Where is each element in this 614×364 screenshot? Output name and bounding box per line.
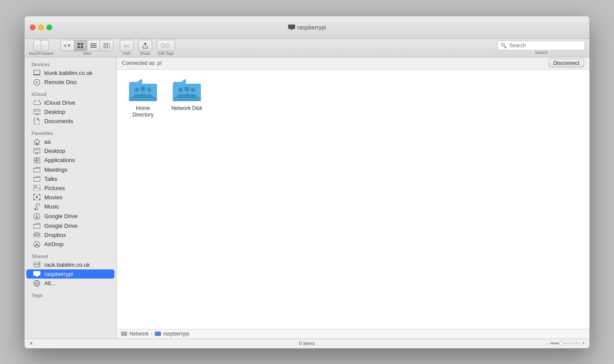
shared-section-label: Shared: [25, 249, 116, 260]
edit-tags-button[interactable]: [157, 40, 175, 51]
file-item-home-directory[interactable]: Home Directory: [125, 78, 161, 119]
movies-icon: [33, 194, 41, 200]
view-column-button[interactable]: [100, 40, 113, 51]
icloud-section-label: iCloud: [25, 87, 116, 98]
sidebar: Devices klunk.babilim.co.uk Remote Disc …: [25, 57, 117, 339]
tags-x-button[interactable]: ✕: [29, 340, 33, 346]
sidebar-item-google-drive[interactable]: Google Drive: [26, 221, 114, 230]
svg-rect-2: [78, 43, 80, 45]
edit-tags-group: Edit Tags: [157, 40, 175, 56]
sidebar-label-music: Music: [44, 203, 59, 210]
finder-window: raspberrypi ‹ › Back/Forward ≡▼: [24, 16, 590, 349]
svg-rect-36: [39, 199, 40, 200]
network-disk-label: Network Disk: [171, 105, 203, 112]
svg-rect-34: [39, 194, 40, 195]
sidebar-label-documents: Documents: [44, 118, 73, 124]
svg-rect-30: [33, 185, 40, 191]
svg-point-52: [147, 88, 151, 92]
maximize-button[interactable]: [46, 25, 52, 30]
breadcrumb-network[interactable]: Network: [121, 331, 149, 337]
disconnect-button[interactable]: Disconnect: [549, 59, 584, 67]
sidebar-label-aa: aa: [44, 138, 50, 145]
breadcrumb-raspberrypi-label: raspberrypi: [163, 331, 189, 337]
list-view-icon: [90, 43, 96, 48]
sidebar-item-music[interactable]: Music: [26, 202, 114, 212]
sidebar-item-applications[interactable]: Applications: [26, 155, 114, 165]
view-buttons[interactable]: ≡▼: [61, 40, 114, 51]
svg-rect-22: [36, 114, 38, 115]
svg-point-43: [39, 262, 39, 263]
sidebar-item-aa[interactable]: aa: [26, 137, 114, 146]
forward-button[interactable]: ›: [41, 40, 49, 51]
sidebar-label-all: All...: [44, 280, 55, 286]
svg-rect-33: [33, 194, 35, 195]
breadcrumb-network-label: Network: [129, 331, 149, 337]
search-label: Search: [535, 50, 548, 55]
back-button[interactable]: ‹: [34, 40, 42, 51]
status-bar-right: – +: [546, 340, 585, 346]
path-button[interactable]: ⌂ › □: [120, 40, 134, 51]
sidebar-label-google-drive: Google Drive: [44, 223, 78, 229]
svg-rect-17: [34, 70, 40, 74]
svg-point-19: [34, 79, 40, 85]
meetings-folder-icon: [33, 166, 41, 173]
svg-rect-45: [33, 271, 40, 276]
svg-rect-4: [78, 46, 80, 48]
svg-rect-25: [33, 148, 40, 153]
sidebar-label-dropbox: Dropbox: [44, 232, 66, 238]
svg-rect-6: [90, 43, 96, 44]
content-area: Connected as: pi Disconnect: [117, 57, 589, 339]
breadcrumb-bar: Network › raspberrypi: [117, 329, 589, 339]
desktop-fav-icon: [33, 148, 41, 154]
traffic-lights: [30, 25, 52, 30]
sidebar-item-rack[interactable]: rack.babilim.co.uk: [26, 260, 114, 269]
sidebar-item-dropbox[interactable]: Dropbox: [26, 230, 114, 240]
svg-point-55: [178, 88, 183, 92]
sidebar-item-pictures[interactable]: Pictures: [26, 184, 114, 193]
sidebar-item-raspberrypi[interactable]: raspberrypi: [26, 269, 114, 279]
sidebar-item-desktop-icloud[interactable]: Desktop: [26, 107, 114, 117]
breadcrumb-raspberrypi[interactable]: raspberrypi: [155, 331, 189, 337]
sidebar-label-applications: Applications: [44, 157, 75, 163]
svg-rect-0: [288, 25, 295, 29]
zoom-in-icon[interactable]: +: [582, 340, 585, 346]
sidebar-item-all[interactable]: All...: [26, 279, 114, 288]
sidebar-item-icloud-drive[interactable]: iCloud Drive: [26, 98, 114, 107]
minimize-button[interactable]: [38, 25, 44, 30]
file-item-network-disk[interactable]: Network Disk: [169, 78, 204, 112]
sidebar-item-downloads[interactable]: Google Drive: [26, 212, 114, 221]
view-icon-button[interactable]: [75, 40, 87, 51]
raspberrypi-icon: [33, 271, 41, 276]
search-bar[interactable]: 🔍: [497, 41, 585, 50]
svg-rect-58: [121, 332, 127, 336]
sidebar-label-remote-disc: Remote Disc: [44, 79, 77, 85]
search-input[interactable]: [509, 42, 582, 49]
share-button[interactable]: [138, 40, 152, 51]
desktop-folder-icon: [33, 109, 41, 115]
zoom-thumb[interactable]: [559, 341, 563, 346]
back-forward-buttons[interactable]: ‹ ›: [33, 40, 49, 51]
sidebar-label-klunk: klunk.babilim.co.uk: [44, 70, 93, 76]
view-list-button[interactable]: [87, 40, 100, 51]
sidebar-item-airdrop[interactable]: AirDrop: [26, 240, 114, 249]
sidebar-item-meetings[interactable]: Meetings: [26, 165, 114, 174]
icon-view-icon: [78, 43, 84, 48]
sidebar-item-desktop-fav[interactable]: Desktop: [26, 146, 114, 155]
sidebar-item-talks[interactable]: Talks: [26, 174, 114, 184]
svg-text:⌂: ⌂: [124, 43, 127, 48]
svg-rect-10: [105, 43, 107, 48]
sidebar-item-movies[interactable]: Movies: [26, 193, 114, 202]
sidebar-item-remote-disc[interactable]: Remote Disc: [26, 78, 114, 87]
applications-icon: [33, 157, 41, 164]
globe-icon: [33, 280, 41, 287]
sidebar-item-documents[interactable]: Documents: [26, 117, 114, 126]
svg-rect-21: [33, 110, 40, 114]
svg-point-56: [184, 86, 189, 92]
view-list-dropdown[interactable]: ≡▼: [61, 40, 75, 51]
zoom-slider[interactable]: [550, 343, 581, 344]
close-button[interactable]: [30, 25, 36, 30]
favorites-section-label: Favorites: [25, 126, 116, 137]
sidebar-item-klunk[interactable]: klunk.babilim.co.uk: [26, 68, 114, 78]
zoom-out-icon[interactable]: –: [546, 341, 549, 346]
server-icon: [33, 262, 41, 268]
